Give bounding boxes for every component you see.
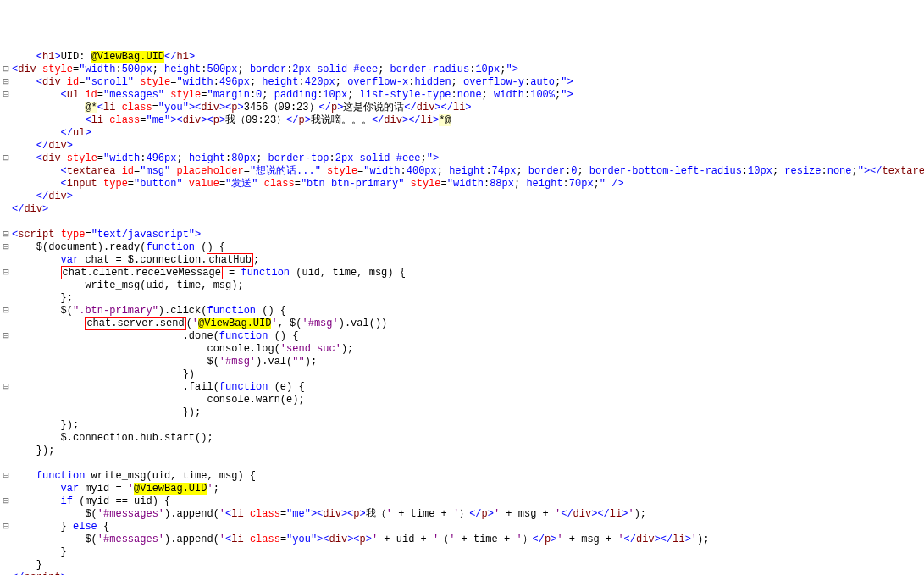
code-text: $(".btn-primary").click(function () { [12, 305, 286, 317]
fold-gutter-icon [0, 165, 12, 178]
code-line: $.connection.hub.start(); [0, 432, 924, 445]
code-line: ⊟<div style="width:500px; height:500px; … [0, 64, 924, 76]
code-line: $('#messages').append('<li class="you"><… [0, 534, 924, 546]
code-text: var chat = $.connection.chatHub; [12, 253, 259, 267]
code-text: }; [12, 292, 73, 304]
fold-gutter-icon[interactable]: ⊟ [0, 267, 12, 279]
fold-gutter-icon [0, 368, 12, 381]
code-line: </ul> [0, 127, 924, 140]
fold-gutter-icon [0, 51, 12, 64]
fold-gutter-icon [0, 419, 12, 432]
code-line: </div> [0, 203, 924, 216]
fold-gutter-icon [0, 279, 12, 292]
code-line: write_msg(uid, time, msg); [0, 279, 924, 292]
code-line: chat.server.send('@ViewBag.UID', $('#msg… [0, 318, 924, 330]
fold-gutter-icon[interactable]: ⊟ [0, 470, 12, 483]
code-text: }) [12, 368, 195, 380]
code-line: ⊟ if (myid == uid) { [0, 495, 924, 508]
code-line: ⊟ } else { [0, 521, 924, 534]
code-text: $('#msg').val(""); [12, 356, 317, 368]
code-text: }); [12, 445, 54, 456]
code-text: @*<li class="you"><div><p>3456（09:23）</p… [12, 102, 472, 113]
code-line [0, 216, 924, 229]
fold-gutter-icon[interactable]: ⊟ [0, 495, 12, 508]
code-line: console.warn(e); [0, 394, 924, 406]
code-line: </div> [0, 191, 924, 203]
code-line: $('#messages').append('<li class="me"><d… [0, 508, 924, 521]
fold-gutter-icon [0, 356, 12, 368]
code-editor: <h1>UID: @ViewBag.UID</h1>⊟<div style="w… [0, 51, 924, 575]
fold-gutter-icon [0, 343, 12, 356]
code-line: }); [0, 406, 924, 419]
fold-gutter-icon [0, 203, 12, 216]
fold-gutter-icon [0, 432, 12, 445]
fold-gutter-icon [0, 191, 12, 203]
code-line: ⊟ .fail(function (e) { [0, 381, 924, 394]
code-line: <h1>UID: @ViewBag.UID</h1> [0, 51, 924, 64]
code-line: <li class="me"><div><p>我（09:23）</p>我说嘀。。… [0, 114, 924, 127]
fold-gutter-icon [0, 572, 12, 575]
code-text: function write_msg(uid, time, msg) { [12, 470, 256, 482]
code-line: } [0, 559, 924, 572]
code-text: console.log('send suc'); [12, 343, 353, 355]
fold-gutter-icon [0, 102, 12, 114]
code-text: } [12, 546, 67, 558]
code-text: </div> [12, 203, 48, 215]
fold-gutter-icon [0, 178, 12, 191]
code-line: ⊟ chat.client.receiveMessage = function … [0, 267, 924, 279]
fold-gutter-icon [0, 534, 12, 546]
fold-gutter-icon [0, 406, 12, 419]
code-line: }; [0, 292, 924, 305]
fold-gutter-icon [0, 216, 12, 229]
fold-gutter-icon [0, 292, 12, 305]
fold-gutter-icon [0, 394, 12, 406]
code-line: ⊟ $(document).ready(function () { [0, 241, 924, 254]
code-text: }); [12, 406, 201, 418]
code-text: if (myid == uid) { [12, 495, 170, 507]
code-line: console.log('send suc'); [0, 343, 924, 356]
code-text: write_msg(uid, time, msg); [12, 279, 244, 291]
fold-gutter-icon[interactable]: ⊟ [0, 152, 12, 165]
fold-gutter-icon[interactable]: ⊟ [0, 89, 12, 102]
code-line: $('#msg').val(""); [0, 356, 924, 368]
fold-gutter-icon[interactable]: ⊟ [0, 241, 12, 254]
code-text: var myid = '@ViewBag.UID'; [12, 483, 219, 495]
fold-gutter-icon[interactable]: ⊟ [0, 229, 12, 241]
code-text: <ul id="messages" style="margin:0; paddi… [12, 89, 573, 101]
code-line: </div> [0, 140, 924, 152]
code-text: chat.client.receiveMessage = function (u… [12, 266, 406, 279]
code-text: } else { [12, 521, 109, 533]
code-line: }); [0, 445, 924, 457]
fold-gutter-icon[interactable]: ⊟ [0, 381, 12, 394]
code-text: .done(function () { [12, 330, 298, 342]
fold-gutter-icon[interactable]: ⊟ [0, 330, 12, 343]
fold-gutter-icon[interactable]: ⊟ [0, 64, 12, 76]
fold-gutter-icon[interactable]: ⊟ [0, 521, 12, 534]
code-line: @*<li class="you"><div><p>3456（09:23）</p… [0, 102, 924, 114]
code-text: }); [12, 419, 79, 431]
code-line: var chat = $.connection.chatHub; [0, 254, 924, 267]
code-line: ⊟ .done(function () { [0, 330, 924, 343]
code-text: $('#messages').append('<li class="me"><d… [12, 508, 646, 520]
code-text: <textarea id="msg" placeholder="想说的话..."… [12, 165, 924, 177]
code-text: chat.server.send('@ViewBag.UID', $('#msg… [12, 317, 387, 330]
code-text: $('#messages').append('<li class="you"><… [12, 534, 709, 545]
code-text: } [12, 559, 42, 571]
code-text: </div> [12, 191, 73, 202]
fold-gutter-icon [0, 114, 12, 127]
code-text: console.warn(e); [12, 394, 305, 406]
code-line: }) [0, 368, 924, 381]
code-text: <h1>UID: @ViewBag.UID</h1> [12, 51, 195, 63]
fold-gutter-icon[interactable]: ⊟ [0, 76, 12, 89]
code-line: ⊟ <div style="width:496px; height:80px; … [0, 152, 924, 165]
fold-gutter-icon [0, 318, 12, 330]
code-line: <input type="button" value="发送" class="b… [0, 178, 924, 191]
code-text: </script> [12, 572, 67, 575]
code-line: <textarea id="msg" placeholder="想说的话..."… [0, 165, 924, 178]
fold-gutter-icon [0, 457, 12, 470]
fold-gutter-icon[interactable]: ⊟ [0, 305, 12, 318]
fold-gutter-icon [0, 546, 12, 559]
code-text: <div style="width:496px; height:80px; bo… [12, 152, 439, 164]
code-text: <script type="text/javascript"> [12, 229, 201, 241]
code-line [0, 457, 924, 470]
